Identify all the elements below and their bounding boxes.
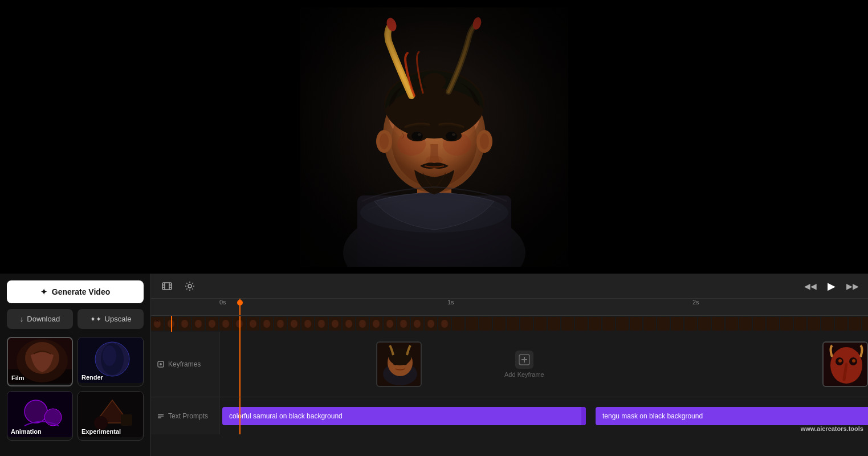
svg-rect-109 [657,317,670,331]
svg-point-59 [209,320,215,328]
svg-rect-95 [466,317,478,331]
timeline-content: 0s 1s 2s [151,299,868,456]
settings-icon-button[interactable] [181,277,199,295]
svg-rect-117 [767,317,779,331]
animation-label: Animation [11,428,42,435]
svg-point-147 [838,359,842,363]
svg-rect-113 [712,317,724,331]
thumbnail-film[interactable]: Film [7,337,73,386]
svg-point-75 [318,320,325,328]
svg-rect-94 [452,317,464,331]
playhead-prompts [239,397,241,434]
fast-forward-icon: ▶▶ [846,282,859,291]
svg-rect-116 [753,317,765,331]
svg-rect-105 [602,317,615,331]
svg-point-133 [160,363,162,365]
keyframe-thumb-1[interactable] [376,341,422,387]
play-icon: ▶ [828,280,836,292]
svg-point-139 [402,361,407,365]
svg-point-35 [25,400,47,423]
svg-point-148 [852,359,855,363]
fast-forward-button[interactable]: ▶▶ [844,278,861,295]
play-button[interactable]: ▶ [821,276,842,296]
prompt-pill-1[interactable]: colorful samurai on black background [222,407,586,425]
generate-label: Generate Video [52,287,110,296]
playhead-ruler [239,299,241,315]
add-keyframe-icon [515,351,533,369]
text-prompts-track-label: Text Prompts [168,412,208,420]
render-label: Render [81,374,103,381]
svg-point-83 [373,320,380,328]
svg-rect-103 [575,317,588,331]
timeline-area: ◀◀ ▶ ▶▶ 0s 1s 2s [151,274,868,456]
download-label: Download [27,315,60,323]
svg-point-73 [304,320,311,328]
keyframes-content: Add Keyframe [219,332,868,397]
svg-rect-97 [493,317,506,331]
upscale-button[interactable]: ✦✦ Upscale [78,309,144,329]
keyframe-thumb-2[interactable] [822,341,868,387]
thumbnail-render[interactable]: Render [78,337,144,386]
svg-rect-40 [121,414,132,426]
time-ruler: 0s 1s 2s [151,299,868,316]
svg-point-65 [250,320,256,328]
generate-video-button[interactable]: ✦ Generate Video [7,280,144,303]
svg-rect-99 [520,317,533,331]
svg-rect-115 [739,317,752,331]
svg-point-138 [393,361,398,365]
film-icon-button[interactable] [158,277,176,295]
svg-rect-123 [849,317,861,331]
prompt-pill-2[interactable]: tengu mask on black background [596,407,868,425]
svg-point-55 [181,320,188,328]
svg-point-91 [427,320,434,328]
svg-rect-101 [548,317,560,331]
timeline-toolbar: ◀◀ ▶ ▶▶ [151,274,868,299]
add-keyframe-button[interactable]: Add Keyframe [504,351,544,378]
svg-point-81 [359,320,366,328]
svg-rect-118 [780,317,793,331]
left-sidebar: ✦ Generate Video ↓ Download ✦✦ Upscale [0,274,151,456]
svg-rect-98 [507,317,519,331]
action-row: ↓ Download ✦✦ Upscale [7,309,144,329]
svg-rect-96 [479,317,492,331]
svg-rect-106 [616,317,629,331]
svg-rect-111 [684,317,697,331]
samurai-frame [300,7,568,267]
svg-rect-107 [630,317,642,331]
thumbnail-animation[interactable]: Animation [7,391,73,441]
time-mark-1s: 1s [447,299,454,306]
download-button[interactable]: ↓ Download [7,309,73,329]
playback-controls: ◀◀ ▶ ▶▶ [802,276,861,296]
svg-point-33 [103,345,116,366]
svg-rect-112 [698,317,711,331]
rewind-button[interactable]: ◀◀ [802,278,819,295]
filmstrip [151,316,868,332]
svg-rect-121 [821,317,834,331]
thumbnail-experimental[interactable]: Experimental [78,391,144,441]
playhead-keyframes [239,332,241,397]
film-label: Film [11,374,25,381]
svg-rect-110 [671,317,683,331]
svg-point-87 [400,320,407,328]
watermark: www.aicreators.tools [801,425,863,432]
time-mark-0s: 0s [219,299,226,306]
svg-point-71 [291,320,298,328]
experimental-label: Experimental [81,428,121,435]
svg-point-93 [441,320,448,328]
svg-rect-122 [835,317,847,331]
keyframes-track-label: Keyframes [168,360,201,368]
svg-rect-25 [300,7,568,267]
prompt-text-1: colorful samurai on black background [229,412,343,420]
text-prompts-label: Text Prompts [151,397,219,434]
tracks-area: Keyframes [151,332,868,456]
svg-point-48 [188,284,191,288]
svg-rect-131 [171,316,172,332]
svg-rect-114 [726,317,738,331]
prompt-text-2: tengu mask on black background [602,412,703,420]
playhead-dot [237,300,243,306]
video-preview [300,7,568,267]
video-area [0,0,868,274]
thumbnails-grid: Film Render [7,337,144,441]
keyframes-track: Keyframes [151,332,868,397]
prompt-pill-end-1 [581,407,586,425]
